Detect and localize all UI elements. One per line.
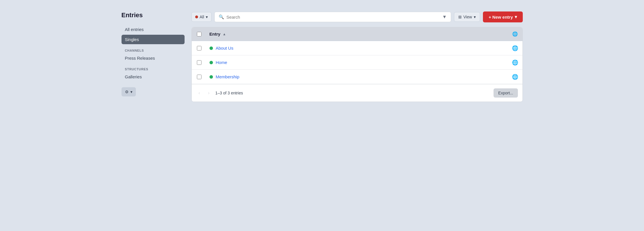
row-entry-cell: Home bbox=[207, 58, 508, 67]
select-all-checkbox[interactable] bbox=[197, 32, 201, 36]
entry-column-header[interactable]: Entry ▲ bbox=[207, 28, 508, 40]
filter-icon[interactable]: ▼ bbox=[442, 14, 447, 20]
row-globe-cell[interactable]: 🌐 bbox=[508, 45, 522, 51]
view-button[interactable]: ⊞ View ▾ bbox=[454, 12, 480, 22]
sidebar-item-all-entries[interactable]: All entries bbox=[122, 25, 185, 34]
search-input[interactable] bbox=[226, 15, 440, 20]
chevron-down-icon: ▾ bbox=[206, 15, 208, 19]
table-footer: ‹ › 1–3 of 3 entries Export... bbox=[192, 84, 522, 102]
row-checkbox[interactable] bbox=[197, 46, 201, 51]
globe-icon: 🌐 bbox=[512, 74, 518, 80]
page-title: Entries bbox=[122, 11, 185, 19]
sidebar-item-galleries[interactable]: Galleries bbox=[122, 72, 185, 81]
chevron-down-icon: ▾ bbox=[130, 90, 132, 94]
row-entry-cell: About Us bbox=[207, 44, 508, 52]
entry-status-dot bbox=[210, 75, 213, 79]
row-checkbox-cell bbox=[192, 46, 207, 51]
sidebar: Entries All entries Singles CHANNELS Pre… bbox=[122, 11, 185, 102]
all-label: All bbox=[200, 15, 204, 19]
globe-column-header: 🌐 bbox=[508, 27, 522, 41]
entry-status-dot bbox=[210, 61, 213, 64]
row-globe-cell[interactable]: 🌐 bbox=[508, 59, 522, 66]
main-content: All ▾ 🔍 ▼ ⊞ View ▾ + New entry ▾ bbox=[191, 11, 523, 102]
row-checkbox-cell bbox=[192, 75, 207, 79]
entry-link[interactable]: About Us bbox=[216, 46, 234, 51]
search-icon: 🔍 bbox=[219, 14, 224, 20]
export-button[interactable]: Export... bbox=[494, 88, 518, 98]
view-label: View bbox=[463, 15, 472, 19]
structures-nav: Galleries bbox=[122, 72, 185, 81]
sidebar-item-press-releases[interactable]: Press Releases bbox=[122, 53, 185, 63]
search-bar: 🔍 ▼ bbox=[214, 12, 451, 22]
new-entry-button[interactable]: + New entry ▾ bbox=[483, 11, 523, 22]
row-globe-cell[interactable]: 🌐 bbox=[508, 74, 522, 80]
pagination: ‹ › 1–3 of 3 entries bbox=[196, 89, 243, 97]
globe-icon: 🌐 bbox=[512, 31, 518, 37]
chevron-down-icon: ▾ bbox=[515, 14, 517, 20]
globe-icon: 🌐 bbox=[512, 45, 518, 51]
sidebar-item-singles[interactable]: Singles bbox=[122, 35, 185, 44]
new-entry-label: + New entry bbox=[489, 15, 513, 20]
row-checkbox[interactable] bbox=[197, 60, 201, 65]
structures-section-label: STRUCTURES bbox=[122, 63, 185, 72]
all-status-dot bbox=[195, 15, 198, 18]
all-dropdown[interactable]: All ▾ bbox=[191, 12, 212, 22]
sidebar-nav: All entries Singles bbox=[122, 25, 185, 44]
prev-page-button[interactable]: ‹ bbox=[196, 89, 202, 97]
view-icon: ⊞ bbox=[458, 15, 462, 19]
next-page-button[interactable]: › bbox=[206, 89, 212, 97]
row-checkbox[interactable] bbox=[197, 75, 201, 79]
table-row: Home 🌐 bbox=[192, 55, 522, 70]
table-header: Entry ▲ 🌐 bbox=[192, 27, 522, 41]
sidebar-footer: ⚙ ▾ bbox=[122, 87, 185, 96]
toolbar: All ▾ 🔍 ▼ ⊞ View ▾ + New entry ▾ bbox=[191, 11, 523, 22]
gear-icon: ⚙ bbox=[125, 90, 129, 94]
channels-section-label: CHANNELS bbox=[122, 45, 185, 53]
settings-button[interactable]: ⚙ ▾ bbox=[122, 87, 136, 96]
entries-table: Entry ▲ 🌐 About Us 🌐 bbox=[191, 27, 523, 102]
globe-icon: 🌐 bbox=[512, 59, 518, 66]
entry-status-dot bbox=[210, 46, 213, 50]
entry-link[interactable]: Membership bbox=[216, 74, 240, 79]
row-entry-cell: Membership bbox=[207, 73, 508, 81]
sort-icon: ▲ bbox=[223, 32, 226, 36]
row-checkbox-cell bbox=[192, 60, 207, 65]
chevron-down-icon: ▾ bbox=[474, 15, 476, 19]
table-row: Membership 🌐 bbox=[192, 70, 522, 84]
table-row: About Us 🌐 bbox=[192, 41, 522, 55]
pagination-info: 1–3 of 3 entries bbox=[215, 91, 243, 95]
channels-nav: Press Releases bbox=[122, 53, 185, 63]
entry-link[interactable]: Home bbox=[216, 60, 227, 65]
select-all-checkbox-cell bbox=[192, 28, 207, 40]
